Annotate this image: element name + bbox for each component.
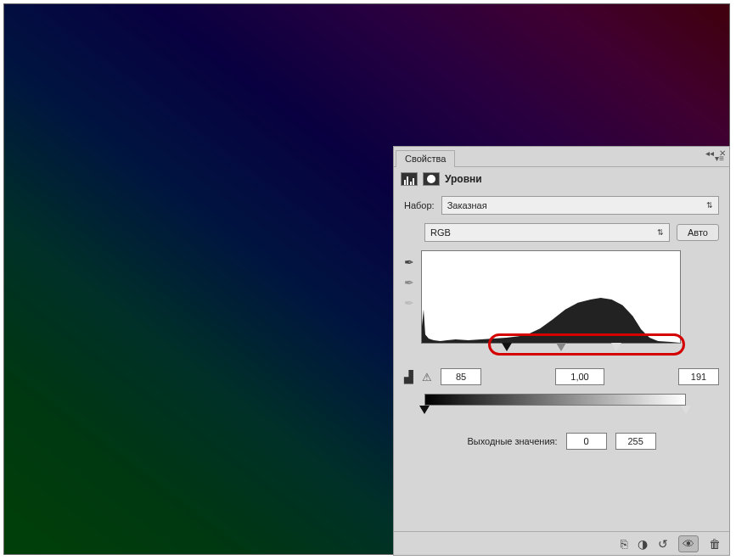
preset-row: Набор: Заказная ⇅ (404, 196, 719, 215)
channel-value: RGB (430, 227, 451, 238)
auto-button[interactable]: Авто (677, 224, 719, 241)
output-highlight-field[interactable]: 255 (615, 433, 656, 450)
input-midtone-handle[interactable] (556, 343, 566, 351)
clip-to-layer-icon[interactable]: ⎘ (621, 537, 627, 551)
input-shadow-handle[interactable] (502, 343, 512, 351)
output-shadow-field[interactable]: 0 (566, 433, 607, 450)
levels-area: ✒ ✒ ✒ (404, 250, 719, 355)
histogram-block (421, 250, 719, 355)
output-slider-track[interactable] (424, 406, 686, 416)
chevron-updown-icon: ⇅ (706, 201, 713, 210)
panel-footer: ⎘ ◑ ↺ 👁 🗑 (394, 531, 729, 555)
auto-button-label: Авто (688, 227, 708, 238)
layer-mask-icon[interactable] (423, 172, 440, 186)
properties-panel: ◂◂ ✕ Свойства ▾≡ Уровни Набор: Заказная … (393, 146, 730, 556)
input-midtone-field[interactable]: 1,00 (555, 368, 604, 385)
panel-tabbar: Свойства ▾≡ (394, 147, 729, 167)
input-shadow-field[interactable]: 85 (441, 368, 481, 385)
toggle-visibility-icon[interactable]: 👁 (678, 535, 699, 552)
reset-icon[interactable]: ↺ (658, 537, 668, 551)
preset-label: Набор: (404, 200, 435, 210)
channel-row: RGB ⇅ Авто (424, 223, 719, 242)
tab-properties-label: Свойства (405, 154, 446, 164)
chevron-updown-icon: ⇅ (657, 228, 664, 237)
view-previous-icon[interactable]: ◑ (638, 537, 648, 551)
output-shadow-handle[interactable] (419, 406, 430, 414)
channel-select[interactable]: RGB ⇅ (424, 223, 670, 242)
output-gradient[interactable] (424, 394, 686, 406)
warning-icon: ⚠ (422, 371, 432, 384)
eyedropper-white-icon[interactable]: ✒ (404, 296, 414, 310)
output-highlight-handle[interactable] (681, 406, 691, 414)
input-highlight-field[interactable]: 191 (678, 368, 719, 385)
levels-adjustment-icon (401, 172, 418, 186)
panel-collapse-icon[interactable]: ◂◂ (705, 148, 714, 158)
input-slider-track[interactable] (421, 343, 681, 355)
eyedropper-gray-icon[interactable]: ✒ (404, 276, 414, 289)
panel-title: Уровни (445, 173, 482, 185)
preset-select[interactable]: Заказная ⇅ (441, 196, 719, 215)
histogram-mini-icon: ▟ (404, 370, 413, 384)
input-highlight-handle[interactable] (611, 343, 621, 351)
panel-close-icon[interactable]: ✕ (719, 148, 726, 158)
output-levels-row: Выходные значения: 0 255 (404, 433, 719, 450)
histogram[interactable] (421, 250, 681, 344)
eyedropper-black-icon[interactable]: ✒ (404, 255, 414, 269)
delete-adjustment-icon[interactable]: 🗑 (709, 537, 721, 551)
output-gradient-row (404, 394, 719, 416)
panel-header: Уровни (394, 167, 729, 191)
panel-body: Набор: Заказная ⇅ RGB ⇅ Авто ✒ ✒ ✒ (394, 191, 729, 531)
eyedropper-column: ✒ ✒ ✒ (404, 250, 414, 310)
input-levels-row: ▟ ⚠ 85 1,00 191 (404, 368, 719, 385)
output-label: Выходные значения: (467, 436, 557, 446)
preset-value: Заказная (447, 200, 487, 210)
tab-properties[interactable]: Свойства (396, 150, 455, 167)
